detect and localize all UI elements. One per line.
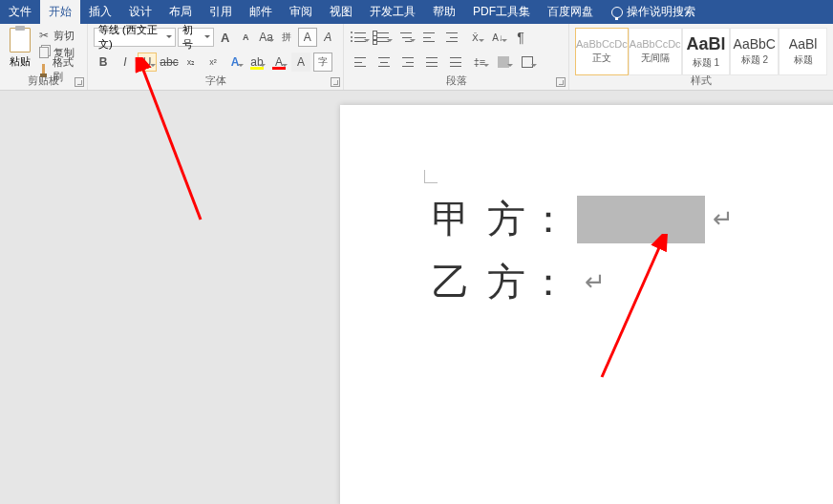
shading-button[interactable]	[493, 52, 514, 72]
enclose-char-button[interactable]: 字	[313, 52, 332, 72]
document-area[interactable]: 甲 方 ： ↵ 乙 方 ： ↵	[0, 91, 833, 504]
italic-button[interactable]: I	[116, 52, 135, 72]
clear-formatting-button[interactable]: A	[319, 28, 338, 47]
page[interactable]: 甲 方 ： ↵ 乙 方 ： ↵	[340, 105, 833, 504]
style-title[interactable]: AaBl 标题	[779, 28, 827, 75]
line1-colon: ：	[529, 193, 567, 245]
borders-icon	[522, 56, 533, 68]
align-left-button[interactable]	[350, 52, 371, 72]
line1-char1: 甲	[432, 193, 487, 245]
bullets-button[interactable]	[350, 28, 371, 47]
tell-me[interactable]: 操作说明搜索	[602, 0, 705, 24]
style-heading1[interactable]: AaBl 标题 1	[682, 28, 731, 75]
numbering-button[interactable]	[373, 28, 394, 47]
paste-button[interactable]: 粘贴	[6, 26, 33, 77]
font-size-combo[interactable]: 初号	[178, 28, 214, 47]
font-group-label: 字体	[88, 74, 343, 88]
shrink-font-button[interactable]: A	[236, 28, 255, 47]
group-styles: AaBbCcDc 正文 AaBbCcDc 无间隔 AaBl 标题 1 AaBbC…	[569, 24, 833, 90]
tab-help[interactable]: 帮助	[424, 0, 464, 24]
group-clipboard: 粘贴 ✂ 剪切 复制 格式刷 剪贴板	[0, 24, 88, 90]
asian-layout-button[interactable]: X̂	[464, 28, 485, 47]
tab-file[interactable]: 文件	[0, 0, 40, 24]
style-preview: AaBbC	[734, 36, 776, 52]
paragraph-dialog-launcher[interactable]	[556, 77, 566, 87]
style-name-label: 无间隔	[641, 52, 670, 65]
multilevel-button[interactable]	[395, 28, 416, 47]
sort-button[interactable]: A↓	[487, 28, 508, 47]
increase-indent-icon	[446, 32, 458, 42]
tab-insert[interactable]: 插入	[80, 0, 120, 24]
phonetic-guide-button[interactable]: 拼	[277, 28, 296, 47]
paste-icon	[10, 28, 31, 52]
tab-devtools[interactable]: 开发工具	[361, 0, 424, 24]
page-corner-mark-icon	[424, 170, 438, 183]
style-name-label: 正文	[592, 52, 611, 65]
tab-mailings[interactable]: 邮件	[241, 0, 281, 24]
font-color-button[interactable]: A	[269, 52, 288, 72]
styles-gallery[interactable]: AaBbCcDc 正文 AaBbCcDc 无间隔 AaBl 标题 1 AaBbC…	[575, 26, 827, 75]
tab-layout[interactable]: 布局	[160, 0, 201, 24]
increase-indent-button[interactable]	[441, 28, 462, 47]
paste-label: 粘贴	[10, 54, 31, 69]
justify-button[interactable]	[421, 52, 442, 72]
scissors-icon: ✂	[37, 29, 51, 42]
distribute-button[interactable]	[445, 52, 466, 72]
clipboard-dialog-launcher[interactable]	[75, 77, 84, 87]
show-marks-button[interactable]: ¶	[510, 28, 531, 47]
bullets-icon	[354, 32, 366, 42]
highlight-button[interactable]: ab	[247, 52, 267, 72]
tab-review[interactable]: 审阅	[281, 0, 321, 24]
align-right-icon	[402, 57, 414, 67]
strikethrough-button[interactable]: abc	[160, 52, 179, 72]
numbering-icon	[377, 32, 389, 42]
char-shading-button[interactable]: A	[291, 52, 310, 72]
return-mark-icon: ↵	[713, 204, 734, 234]
copy-icon	[37, 46, 51, 59]
align-right-button[interactable]	[397, 52, 418, 72]
grow-font-button[interactable]: A	[216, 28, 235, 47]
text-selection[interactable]	[577, 196, 705, 243]
group-paragraph: X̂ A↓ ¶ ‡≡ 段落	[344, 24, 569, 90]
decrease-indent-button[interactable]	[418, 28, 439, 47]
tab-references[interactable]: 引用	[201, 0, 241, 24]
style-name-label: 标题	[794, 53, 813, 67]
underline-button[interactable]: U	[138, 52, 157, 72]
return-mark-icon: ↵	[585, 267, 606, 297]
line2-char1: 乙	[432, 256, 487, 308]
tab-view[interactable]: 视图	[321, 0, 361, 24]
tab-pdf[interactable]: PDF工具集	[464, 0, 539, 24]
justify-icon	[426, 57, 438, 67]
style-name-label: 标题 2	[741, 53, 768, 67]
font-dialog-launcher[interactable]	[331, 77, 340, 87]
font-family-combo[interactable]: 等线 (西文正文)	[94, 28, 176, 47]
tab-baidu[interactable]: 百度网盘	[539, 0, 602, 24]
decrease-indent-icon	[423, 32, 435, 42]
char-border-button[interactable]: A	[298, 28, 317, 47]
group-font: 等线 (西文正文) 初号 A A Aa 拼 A A B I U abc x₂ x…	[88, 24, 344, 90]
line2-colon: ：	[529, 256, 567, 308]
highlight-color-icon	[250, 67, 264, 70]
style-name-label: 标题 1	[693, 56, 719, 70]
style-normal[interactable]: AaBbCcDc 正文	[575, 28, 629, 75]
tab-design[interactable]: 设计	[120, 0, 160, 24]
doc-line-1[interactable]: 甲 方 ： ↵	[432, 193, 734, 245]
lightbulb-icon	[611, 7, 623, 18]
ribbon-tabs: 文件 开始 插入 设计 布局 引用 邮件 审阅 视图 开发工具 帮助 PDF工具…	[0, 0, 833, 24]
doc-line-2[interactable]: 乙 方 ： ↵	[432, 256, 606, 308]
cut-button[interactable]: ✂ 剪切	[37, 28, 81, 43]
change-case-button[interactable]: Aa	[257, 28, 276, 47]
align-center-button[interactable]	[374, 52, 395, 72]
superscript-button[interactable]: x²	[203, 52, 223, 72]
line-spacing-button[interactable]: ‡≡	[469, 52, 490, 72]
subscript-button[interactable]: x₂	[182, 52, 201, 72]
style-heading2[interactable]: AaBbC 标题 2	[730, 28, 779, 75]
paragraph-group-label: 段落	[344, 74, 568, 88]
tab-home[interactable]: 开始	[40, 0, 80, 24]
style-nospacing[interactable]: AaBbCcDc 无间隔	[629, 28, 682, 75]
text-effects-button[interactable]: A	[225, 52, 245, 72]
bold-button[interactable]: B	[94, 52, 113, 72]
style-preview: AaBl	[686, 34, 725, 54]
ribbon: 粘贴 ✂ 剪切 复制 格式刷 剪贴板 等线 (西文正文)	[0, 24, 833, 91]
borders-button[interactable]	[517, 52, 538, 72]
